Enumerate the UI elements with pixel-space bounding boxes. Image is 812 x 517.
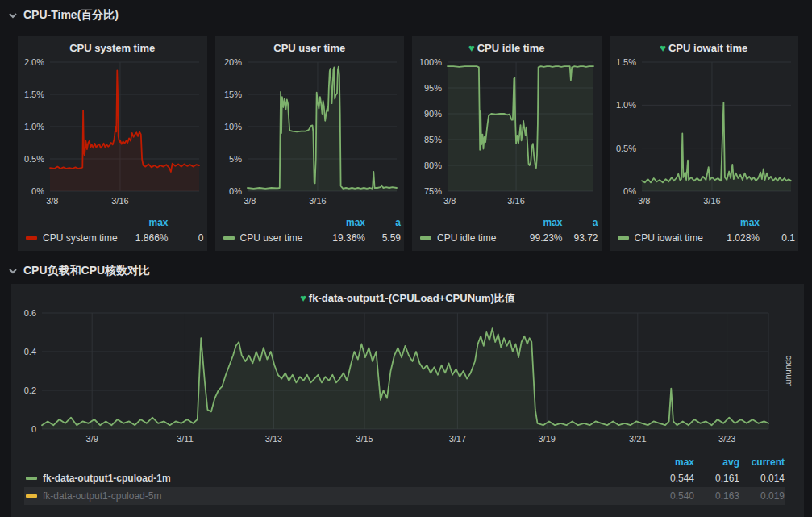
- row-title: CPU负载和CPU核数对比: [23, 264, 150, 278]
- legend-avg-value: 5.59: [365, 232, 401, 244]
- legend-item: CPU iowait time 1.028% 0.1: [618, 230, 796, 246]
- legend-header-avg[interactable]: a: [563, 217, 598, 228]
- legend-header-max[interactable]: max: [513, 217, 563, 228]
- timeseries-chart[interactable]: 0%5%10%15%20%3/83/16: [217, 57, 403, 211]
- legend-series-name[interactable]: fk-data-output1-cpuload-1m: [43, 473, 649, 484]
- timeseries-chart[interactable]: 0%0.5%1.0%1.5%3/83/16: [611, 57, 797, 211]
- legend-series-marker[interactable]: [26, 236, 37, 240]
- svg-text:15%: 15%: [223, 90, 241, 99]
- legend-series-marker[interactable]: [420, 236, 431, 240]
- panel-title[interactable]: CPU system time: [18, 36, 207, 56]
- panel-cpu-iowait-time: ♥CPU iowait time 0%0.5%1.0%1.5%3/83/16 m…: [610, 36, 799, 251]
- svg-text:3/8: 3/8: [638, 196, 650, 206]
- svg-text:0%: 0%: [623, 186, 636, 196]
- heart-icon: ♥: [660, 42, 666, 54]
- timeseries-chart[interactable]: 75%80%85%90%95%100%3/83/16: [414, 57, 600, 211]
- svg-text:0%: 0%: [229, 186, 242, 196]
- panel-legend: max CPU iowait time 1.028% 0.1: [618, 215, 796, 246]
- chevron-down-icon: [8, 10, 18, 20]
- svg-text:3/13: 3/13: [265, 434, 282, 444]
- panel-legend: max a CPU idle time 99.23% 93.72: [420, 215, 598, 246]
- legend-avg-value: 0.1: [760, 232, 795, 244]
- panel-title[interactable]: ♥CPU idle time: [412, 36, 602, 56]
- svg-text:90%: 90%: [424, 109, 442, 119]
- chevron-down-icon: [8, 266, 18, 276]
- svg-text:0%: 0%: [31, 186, 44, 196]
- panel-cpuload-cpunum-ratio: ♥fk-data-output1-(CPULoad+CPUNum)比值 00.2…: [11, 284, 804, 517]
- svg-text:0.5%: 0.5%: [615, 144, 635, 153]
- legend-series-name[interactable]: CPU iowait time: [635, 232, 710, 244]
- svg-text:75%: 75%: [424, 186, 442, 196]
- panel-title[interactable]: ♥CPU iowait time: [610, 36, 799, 56]
- svg-text:3/16: 3/16: [507, 196, 524, 206]
- svg-text:85%: 85%: [424, 135, 442, 144]
- legend-header-max[interactable]: max: [315, 217, 365, 228]
- legend-series-name[interactable]: fk-data-output1-cpuload-5m: [43, 490, 649, 502]
- legend-avg-value: 0: [169, 232, 204, 244]
- panel-cpu-idle-time: ♥CPU idle time 75%80%85%90%95%100%3/83/1…: [412, 36, 602, 251]
- legend-current-value: 0.014: [739, 473, 785, 484]
- row-header-cpu-time[interactable]: CPU-Time(百分比): [8, 7, 119, 23]
- legend-series-name[interactable]: CPU system time: [43, 232, 119, 244]
- panel-title[interactable]: CPU user time: [215, 36, 405, 56]
- svg-text:0.2: 0.2: [24, 386, 36, 395]
- svg-text:3/8: 3/8: [244, 196, 256, 206]
- legend-item: fk-data-output1-cpuload-1m 0.544 0.161 0…: [24, 469, 785, 487]
- svg-text:80%: 80%: [424, 161, 442, 170]
- panel-legend: max avg current fk-data-output1-cpuload-…: [24, 455, 785, 505]
- legend-series-name[interactable]: CPU user time: [240, 232, 316, 244]
- legend-max-value: 0.544: [649, 473, 694, 484]
- heart-icon: ♥: [468, 42, 475, 54]
- row-header-cpu-load[interactable]: CPU负载和CPU核数对比: [8, 263, 150, 279]
- svg-text:100%: 100%: [419, 57, 442, 67]
- legend-max-value: 0.540: [649, 490, 694, 502]
- legend-avg-value: 0.161: [694, 473, 739, 484]
- legend-header-current[interactable]: current: [739, 457, 785, 468]
- svg-text:3/11: 3/11: [177, 434, 194, 444]
- timeseries-chart[interactable]: 0%0.5%1.0%1.5%2.0%3/83/16: [19, 57, 206, 211]
- svg-text:3/16: 3/16: [309, 196, 326, 206]
- svg-text:0: 0: [31, 424, 36, 434]
- legend-header-max[interactable]: max: [649, 457, 694, 468]
- svg-text:3/21: 3/21: [629, 434, 646, 444]
- legend-series-marker[interactable]: [618, 236, 629, 240]
- svg-text:3/16: 3/16: [111, 196, 128, 206]
- panel-legend: max a CPU user time 19.36% 5.59: [223, 215, 402, 246]
- svg-text:1.5%: 1.5%: [24, 90, 44, 99]
- legend-item: CPU idle time 99.23% 93.72: [420, 230, 598, 246]
- svg-text:0.5%: 0.5%: [24, 154, 44, 164]
- legend-avg-value: 0.163: [694, 490, 739, 502]
- legend-avg-value: 93.72: [563, 232, 598, 244]
- svg-text:cpunum: cpunum: [785, 355, 794, 386]
- timeseries-chart[interactable]: 00.20.40.63/93/113/133/153/173/193/213/2…: [13, 308, 802, 448]
- svg-text:3/19: 3/19: [538, 434, 555, 444]
- svg-text:3/16: 3/16: [703, 196, 720, 206]
- legend-header-max[interactable]: max: [710, 217, 760, 228]
- svg-text:10%: 10%: [223, 122, 241, 131]
- legend-header-max[interactable]: max: [119, 217, 169, 228]
- row-title: CPU-Time(百分比): [23, 8, 119, 23]
- svg-text:3/17: 3/17: [449, 434, 466, 444]
- legend-header-avg[interactable]: a: [365, 217, 401, 228]
- panel-title[interactable]: ♥fk-data-output1-(CPULoad+CPUNum)比值: [11, 284, 804, 306]
- panel-row-cpu-time: CPU system time 0%0.5%1.0%1.5%2.0%3/83/1…: [18, 36, 798, 251]
- svg-text:5%: 5%: [229, 154, 242, 164]
- svg-text:3/8: 3/8: [46, 196, 58, 206]
- legend-item: CPU system time 1.866% 0: [26, 230, 204, 246]
- legend-max-value: 1.866%: [119, 232, 169, 244]
- legend-item: fk-data-output1-cpuload-5m 0.540 0.163 0…: [24, 487, 785, 505]
- svg-text:1.5%: 1.5%: [615, 57, 635, 67]
- svg-text:3/9: 3/9: [86, 434, 98, 444]
- legend-series-marker[interactable]: [223, 236, 235, 240]
- legend-series-name[interactable]: CPU idle time: [437, 232, 513, 244]
- svg-text:3/23: 3/23: [718, 434, 735, 444]
- svg-text:95%: 95%: [424, 83, 442, 93]
- svg-text:1.0%: 1.0%: [24, 122, 44, 131]
- legend-max-value: 19.36%: [315, 232, 365, 244]
- legend-series-marker[interactable]: [26, 494, 37, 498]
- legend-header-avg[interactable]: avg: [694, 457, 739, 468]
- svg-text:0.4: 0.4: [24, 347, 36, 356]
- legend-series-marker[interactable]: [26, 477, 37, 480]
- svg-text:3/15: 3/15: [356, 434, 373, 444]
- svg-text:20%: 20%: [223, 57, 241, 67]
